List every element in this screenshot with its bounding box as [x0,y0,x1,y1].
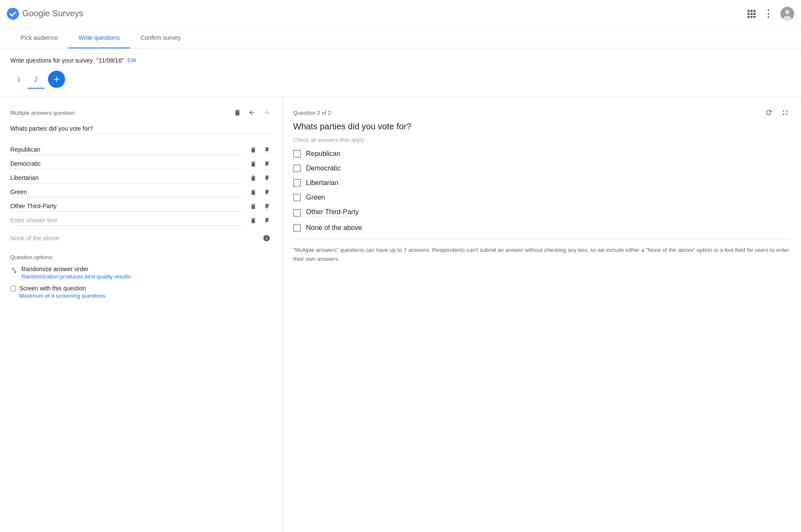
pin-answer-6-button[interactable] [262,215,272,226]
preview-sub-label: Check all answers that apply [293,137,791,143]
refresh-preview-button[interactable] [763,107,774,118]
preview-checkbox-4[interactable] [293,194,301,201]
question-text-input[interactable] [10,123,272,134]
edit-link[interactable]: Edit [127,57,136,63]
header-right [746,7,794,21]
add-question-button[interactable]: + [48,71,65,88]
pin-answer-1-button[interactable] [262,145,272,155]
randomize-option-row: Randomize answer order Randomization pro… [10,266,272,280]
svg-rect-6 [753,13,756,15]
screen-sub-link[interactable]: Maximum of 4 screening questions. [19,293,107,299]
preview-answer-label-4: Green [306,194,325,201]
none-above-info-button[interactable] [261,233,272,244]
question-type-label: Multiple answers question: [10,110,76,116]
delete-question-button[interactable] [232,107,243,118]
delete-answer-4-button[interactable] [248,187,258,197]
screen-label: Screen with this question [19,285,86,292]
answer-icons-2 [248,159,272,169]
preview-checkbox-1[interactable] [293,150,301,158]
randomize-sub-link[interactable]: Randomization produces best quality resu… [21,273,132,280]
svg-rect-9 [753,16,756,18]
none-above-label: None of the above [10,235,59,242]
grid-icon[interactable] [746,9,756,19]
answer-row [10,215,272,226]
user-avatar[interactable] [780,7,794,21]
preview-answer-label-6: None of the above [306,224,362,232]
delete-answer-6-button[interactable] [248,215,258,226]
answer-row [10,201,272,212]
question-tab-2[interactable]: 2 [27,71,45,88]
question-meta-label: Question 2 of 2: [293,110,333,116]
preview-checkbox-3[interactable] [293,179,301,187]
svg-rect-2 [750,10,753,12]
answer-row [10,144,272,155]
preview-checkbox-6[interactable] [293,224,301,232]
answer-row [10,173,272,183]
tab-confirm-survey[interactable]: Confirm survey [130,27,191,48]
svg-point-12 [768,16,769,18]
question-options-title: Question options: [10,254,272,260]
delete-answer-2-button[interactable] [248,159,258,169]
answer-input-6[interactable] [10,215,243,226]
preview-checkbox-5[interactable] [293,209,301,217]
preview-meta: Question 2 of 2: [293,107,791,118]
answer-icons-5 [248,201,272,212]
preview-question-text: Whats parties did you vote for? [293,122,791,132]
sort-icon [10,266,18,275]
move-right-button[interactable] [261,107,272,118]
survey-name: "11/08/16" [96,57,124,64]
preview-answer-green: Green [293,194,791,201]
tab-write-questions[interactable]: Write questions [68,27,130,48]
screen-option-text: Screen with this question Maximum of 4 s… [19,285,107,299]
answers-list [10,144,272,226]
delete-answer-3-button[interactable] [248,173,258,183]
header: Google Surveys [0,0,801,27]
preview-answer-none: None of the above [293,224,791,232]
preview-answer-libertarian: Libertarian [293,179,791,187]
preview-checkbox-2[interactable] [293,164,301,172]
answer-input-3[interactable] [10,173,243,183]
delete-answer-1-button[interactable] [248,145,258,155]
page-content: Write questions for your survey "11/08/1… [0,48,801,96]
preview-divider [293,239,791,239]
answer-icons-4 [248,187,272,197]
question-tab-1[interactable]: 1 [10,71,27,88]
tab-pick-audience[interactable]: Pick audience [10,27,68,48]
none-of-the-above-row: None of the above [10,233,272,244]
question-icon-actions [232,107,272,118]
svg-rect-4 [747,13,750,15]
answer-row [10,187,272,197]
answer-icons-3 [248,173,272,183]
pin-answer-5-button[interactable] [262,201,272,212]
answer-input-5[interactable] [10,201,243,212]
move-left-button[interactable] [246,107,258,118]
svg-rect-7 [747,16,750,18]
preview-answer-democratic: Democratic [293,164,791,172]
screen-checkbox[interactable] [10,286,16,291]
pin-answer-4-button[interactable] [262,187,272,197]
svg-rect-1 [747,10,750,12]
delete-answer-5-button[interactable] [248,201,258,212]
preview-answer-label-3: Libertarian [306,179,339,187]
answer-input-1[interactable] [10,144,243,155]
pin-answer-3-button[interactable] [262,173,272,183]
pin-answer-2-button[interactable] [262,159,272,169]
preview-info-text: "Multiple answers" questions can have up… [293,246,791,264]
answer-input-4[interactable] [10,187,243,197]
answer-icons-1 [248,145,272,155]
randomize-option-text: Randomize answer order Randomization pro… [21,266,132,280]
preview-answer-label-1: Republican [306,150,340,158]
main-split: Multiple answers question: [0,96,801,532]
google-logo [7,8,19,20]
preview-icons [763,107,791,118]
expand-preview-button[interactable] [780,107,791,118]
more-vert-icon[interactable] [763,9,774,19]
svg-rect-5 [750,13,753,15]
preview-answer-label-2: Democratic [306,164,341,172]
question-tabs: 1 2 + [10,71,791,88]
right-panel: Question 2 of 2: Whats parties did you v… [283,97,801,532]
survey-title-row: Write questions for your survey "11/08/1… [10,57,791,64]
svg-point-14 [785,10,789,14]
answer-input-2[interactable] [10,158,243,169]
svg-point-10 [768,9,769,11]
